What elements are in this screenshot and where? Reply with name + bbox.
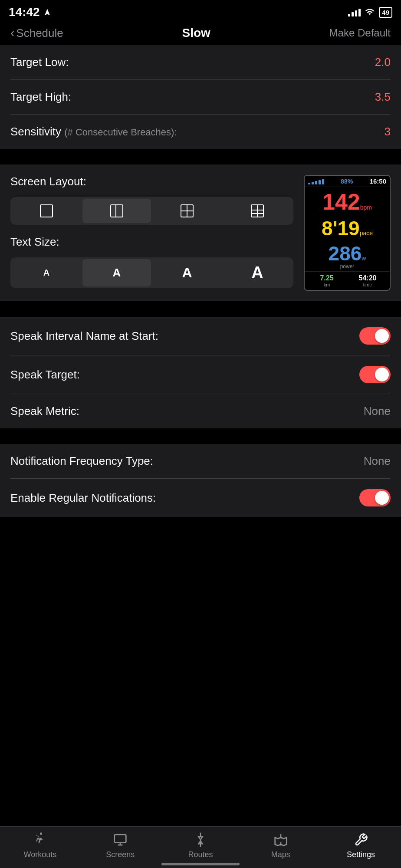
preview-status-bar: 88% 16:50: [305, 176, 390, 187]
speak-metric-row: Speak Metric: None: [10, 394, 391, 428]
notification-settings-section: Notification Frequency Type: None Enable…: [0, 444, 401, 517]
preview-pace-unit: pace: [360, 230, 373, 237]
target-high-value[interactable]: 3.5: [375, 90, 391, 104]
tab-bar: Workouts Screens Routes: [0, 826, 401, 868]
screen-layout-section: Screen Layout:: [0, 164, 401, 301]
tab-settings[interactable]: Settings: [321, 832, 401, 859]
text-size-xlarge-button[interactable]: A: [223, 259, 292, 286]
target-high-row: Target High: 3.5: [10, 80, 391, 115]
preview-dist-unit: km: [306, 282, 347, 287]
wifi-icon: [365, 7, 375, 17]
speak-interval-label: Speak Interval Name at Start:: [10, 329, 158, 343]
target-low-row: Target Low: 2.0: [10, 45, 391, 80]
signal-bars: [348, 8, 361, 16]
battery-indicator: 49: [379, 7, 392, 18]
tab-workouts[interactable]: Workouts: [0, 832, 80, 859]
route-icon: [194, 832, 207, 848]
preview-elapsed-value: 54:20: [359, 274, 377, 282]
nav-bar: ‹ Schedule Slow Make Default: [0, 23, 401, 45]
preview-pace: 8'19pace: [305, 215, 390, 240]
target-settings-section: Target Low: 2.0 Target High: 3.5 Sensiti…: [0, 45, 401, 149]
speak-metric-value[interactable]: None: [364, 404, 391, 418]
notif-freq-label: Notification Frequency Type:: [10, 454, 153, 468]
target-low-value[interactable]: 2.0: [375, 56, 391, 69]
tab-settings-label: Settings: [347, 850, 375, 859]
runner-icon: [33, 832, 47, 848]
speak-interval-row: Speak Interval Name at Start:: [10, 317, 391, 355]
speak-target-toggle[interactable]: [359, 366, 391, 383]
svg-rect-11: [115, 835, 126, 843]
text-size-button-group: A A A A: [10, 257, 293, 288]
preview-time-cell: 54:20 time: [347, 274, 388, 287]
preview-elapsed-unit: time: [347, 282, 388, 287]
notif-freq-value[interactable]: None: [364, 454, 391, 468]
svg-marker-15: [198, 837, 202, 840]
text-size-label: Text Size:: [10, 235, 293, 249]
status-bar: 14:42 49: [0, 0, 401, 23]
target-high-label: Target High:: [10, 90, 71, 104]
layout-grid-button[interactable]: [223, 199, 292, 223]
text-size-large-button[interactable]: A: [153, 259, 221, 286]
preview-battery: 88%: [341, 178, 353, 185]
speak-settings-section: Speak Interval Name at Start: Speak Targ…: [0, 317, 401, 428]
tab-screens[interactable]: Screens: [80, 832, 161, 859]
preview-hr: 142bpm: [305, 187, 390, 215]
enable-notif-row: Enable Regular Notifications:: [10, 479, 391, 517]
svg-rect-1: [111, 205, 123, 217]
tab-routes[interactable]: Routes: [161, 832, 241, 859]
layout-split-button[interactable]: [153, 199, 221, 223]
preview-screen: 88% 16:50 142bpm 8'19pace 286w power 7.2…: [304, 175, 391, 291]
preview-hr-value: 142: [322, 189, 360, 214]
wrench-icon: [354, 832, 368, 848]
home-indicator: [161, 863, 240, 865]
speak-target-label: Speak Target:: [10, 368, 80, 381]
screen-icon: [113, 832, 127, 848]
layout-controls: Screen Layout:: [10, 175, 293, 288]
speak-target-row: Speak Target:: [10, 355, 391, 394]
svg-rect-0: [40, 205, 53, 217]
layout-button-group: [10, 197, 293, 225]
chevron-left-icon: ‹: [10, 26, 14, 40]
sensitivity-label: Sensitivity (# Consecutive Breaches):: [10, 125, 177, 138]
sensitivity-value[interactable]: 3: [385, 125, 391, 138]
preview-dist-value: 7.25: [320, 274, 333, 282]
preview-power-label: power: [306, 263, 388, 270]
preview-bottom-row: 7.25 km 54:20 time: [305, 271, 390, 290]
location-icon: [43, 8, 51, 16]
notif-freq-row: Notification Frequency Type: None: [10, 444, 391, 479]
speak-metric-label: Speak Metric:: [10, 404, 79, 418]
tab-bar-spacer: [0, 517, 401, 569]
preview-dist-cell: 7.25 km: [306, 274, 347, 287]
tab-maps[interactable]: Maps: [240, 832, 321, 859]
screen-layout-label: Screen Layout:: [10, 175, 293, 188]
tab-maps-label: Maps: [271, 850, 290, 859]
preview-time: 16:50: [370, 178, 386, 185]
enable-notif-label: Enable Regular Notifications:: [10, 491, 156, 505]
gap-3: [0, 428, 401, 444]
layout-single-button[interactable]: [12, 199, 81, 223]
status-time: 14:42: [9, 5, 51, 19]
make-default-button[interactable]: Make Default: [329, 27, 391, 39]
layout-left-button[interactable]: [82, 199, 151, 223]
tab-routes-label: Routes: [188, 850, 213, 859]
gap-2: [0, 301, 401, 317]
text-size-small-button[interactable]: A: [12, 259, 81, 286]
map-icon: [274, 832, 288, 848]
preview-pace-value: 8'19: [322, 217, 360, 240]
page-title: Slow: [182, 26, 210, 40]
status-icons: 49: [348, 7, 392, 18]
tab-screens-label: Screens: [106, 850, 135, 859]
preview-hr-unit: bpm: [360, 204, 372, 211]
preview-power-value: 286: [329, 242, 362, 265]
target-low-label: Target Low:: [10, 56, 69, 69]
enable-notif-toggle[interactable]: [359, 489, 391, 506]
text-size-medium-button[interactable]: A: [82, 259, 151, 286]
sensitivity-row: Sensitivity (# Consecutive Breaches): 3: [10, 115, 391, 149]
preview-power: 286w power: [305, 240, 390, 271]
speak-interval-toggle[interactable]: [359, 327, 391, 345]
back-button[interactable]: ‹ Schedule: [10, 26, 63, 40]
preview-power-unit: w: [362, 255, 366, 262]
gap-1: [0, 149, 401, 164]
svg-point-10: [40, 832, 42, 835]
preview-signal-bars: [308, 178, 324, 184]
